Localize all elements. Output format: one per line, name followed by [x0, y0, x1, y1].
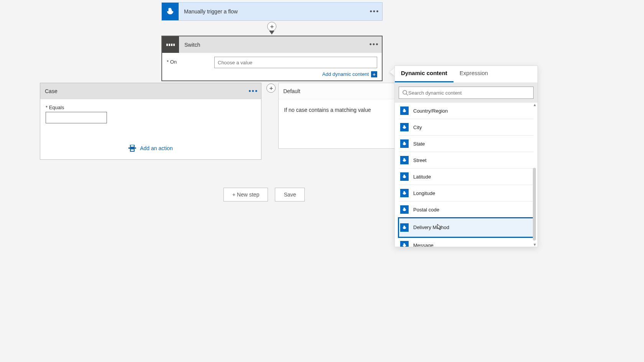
trigger-token-icon [400, 205, 409, 214]
dynamic-content-search-input[interactable] [408, 90, 530, 96]
trigger-token-icon [400, 156, 409, 164]
dynamic-content-item[interactable]: Message [399, 237, 534, 247]
dynamic-content-flyout: Dynamic content Expression Country/Regio… [394, 66, 538, 247]
case-card: Case ••• * Equals Add an action [40, 83, 261, 160]
dynamic-content-item-label: Delivery Method [413, 224, 449, 230]
dynamic-content-item[interactable]: Longitude [399, 185, 534, 201]
flyout-scrollbar[interactable] [533, 168, 536, 241]
case-menu-button[interactable]: ••• [246, 87, 261, 95]
dynamic-content-item-label: Latitude [413, 174, 431, 180]
svg-rect-0 [166, 44, 168, 46]
add-dynamic-content-plus-icon[interactable]: ＋ [371, 71, 377, 77]
trigger-token-icon [400, 106, 409, 115]
svg-line-11 [406, 94, 408, 95]
dynamic-content-item-label: City [413, 124, 422, 130]
add-case-button[interactable]: ＋ [266, 84, 276, 93]
trigger-token-icon [400, 172, 409, 181]
trigger-token-icon [400, 241, 409, 247]
trigger-card[interactable]: Manually trigger a flow ••• [161, 2, 383, 21]
insert-action-icon [128, 145, 136, 152]
scroll-down-icon[interactable]: ▼ [533, 242, 537, 247]
trigger-token-icon [400, 123, 409, 131]
dynamic-content-item[interactable]: Latitude [399, 169, 534, 185]
on-label: * On [167, 57, 209, 65]
svg-point-10 [403, 90, 407, 94]
switch-title: Switch [179, 42, 366, 48]
dynamic-content-item[interactable]: Postal code [399, 201, 534, 218]
add-dynamic-content-link[interactable]: Add dynamic content [322, 71, 369, 77]
svg-rect-5 [130, 145, 134, 147]
dynamic-content-item-label: Longitude [413, 190, 435, 196]
trigger-token-icon [400, 139, 409, 148]
new-step-button[interactable]: + New step [223, 188, 268, 201]
dynamic-content-search[interactable] [399, 87, 534, 99]
scroll-up-icon[interactable]: ▲ [533, 103, 537, 107]
dynamic-content-item[interactable]: State [399, 136, 534, 152]
arrow-down-icon [269, 31, 274, 34]
case-equals-input[interactable] [46, 112, 107, 123]
svg-rect-6 [130, 149, 134, 151]
switch-card: Switch ••• * On Add dynamic content＋ [161, 36, 383, 81]
dynamic-content-item[interactable]: City [399, 119, 534, 136]
dynamic-content-item[interactable]: Country/Region [399, 103, 534, 119]
insert-step-button[interactable]: ＋ [267, 22, 276, 31]
dynamic-content-item-label: State [413, 141, 425, 147]
svg-rect-1 [169, 44, 170, 46]
switch-icon [162, 36, 179, 53]
dynamic-content-item[interactable]: Delivery Method [399, 218, 534, 237]
dynamic-content-item[interactable]: Street [399, 152, 534, 169]
equals-label: * Equals [46, 105, 256, 110]
switch-menu-button[interactable]: ••• [366, 41, 382, 49]
dynamic-content-item-label: Street [413, 157, 427, 163]
dynamic-content-item-label: Postal code [413, 207, 439, 213]
dynamic-content-item-label: Country/Region [413, 108, 448, 114]
svg-rect-3 [173, 44, 175, 46]
search-icon [402, 90, 408, 96]
switch-on-input[interactable] [214, 57, 377, 68]
tab-expression[interactable]: Expression [453, 66, 494, 82]
trigger-icon [162, 3, 179, 20]
trigger-token-icon [400, 223, 409, 232]
trigger-title: Manually trigger a flow [179, 8, 367, 15]
case-header[interactable]: Case ••• [40, 83, 261, 99]
tab-dynamic-content[interactable]: Dynamic content [395, 66, 453, 82]
save-button[interactable]: Save [275, 188, 305, 201]
svg-rect-2 [171, 44, 172, 46]
flyout-beak [390, 68, 394, 76]
case-add-action-button[interactable]: Add an action [46, 145, 256, 152]
trigger-menu-button[interactable]: ••• [367, 8, 382, 16]
svg-rect-4 [128, 147, 136, 149]
trigger-token-icon [400, 189, 409, 197]
dynamic-content-list: Country/RegionCityStateStreetLatitudeLon… [395, 103, 537, 247]
case-title: Case [45, 88, 246, 94]
switch-header[interactable]: Switch ••• [162, 36, 382, 53]
dynamic-content-item-label: Message [413, 242, 434, 247]
